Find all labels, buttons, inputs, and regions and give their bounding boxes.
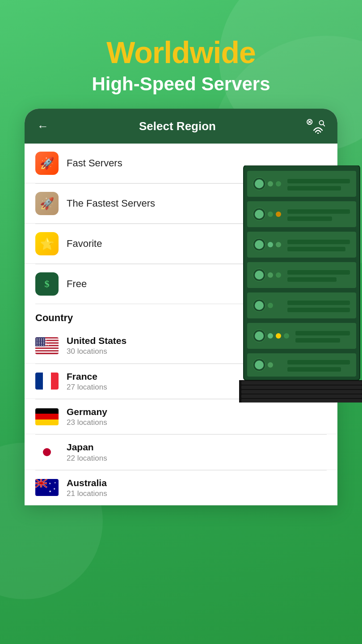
country-info-de: Germany 23 locations <box>67 406 327 428</box>
svg-rect-91 <box>241 390 362 394</box>
fast-servers-icon: 🚀 <box>35 152 59 175</box>
country-info-au: Australia 21 locations <box>67 477 327 499</box>
svg-rect-92 <box>241 394 362 398</box>
svg-point-78 <box>276 333 281 339</box>
card-header: ← Select Region <box>25 109 337 144</box>
country-item-jp[interactable]: Japan 22 locations <box>25 435 337 470</box>
svg-point-50 <box>268 212 273 217</box>
svg-point-56 <box>255 240 264 249</box>
favorite-icon: ⭐ <box>35 232 59 255</box>
svg-point-51 <box>276 212 281 217</box>
fastest-servers-icon: 🚀 <box>35 192 59 215</box>
flag-jp-circle <box>43 448 51 456</box>
svg-rect-66 <box>287 270 350 275</box>
flag-de <box>35 408 59 425</box>
country-header-text: Country <box>35 312 73 323</box>
country-info-jp: Japan 22 locations <box>67 441 327 463</box>
svg-rect-86 <box>287 360 350 364</box>
svg-rect-46 <box>287 186 341 191</box>
country-name-jp: Japan <box>67 441 327 453</box>
svg-rect-89 <box>241 381 362 385</box>
svg-point-57 <box>268 242 273 247</box>
svg-rect-73 <box>287 308 350 312</box>
svg-point-71 <box>268 303 273 308</box>
svg-text:★ ★ ★ ★ ★ ★: ★ ★ ★ ★ ★ ★ <box>36 344 49 346</box>
svg-rect-93 <box>241 399 362 402</box>
svg-text:★: ★ <box>53 487 55 490</box>
free-icon: $ <box>35 272 59 296</box>
svg-point-58 <box>276 242 281 247</box>
svg-rect-13 <box>35 346 59 347</box>
flag-au: ★ ★ ★ ★ <box>35 479 59 496</box>
flag-jp <box>35 444 59 461</box>
svg-point-77 <box>268 333 273 339</box>
wifi-search-icon[interactable] <box>306 119 325 134</box>
server-rack-illustration <box>239 165 362 409</box>
svg-point-84 <box>255 360 264 369</box>
svg-rect-15 <box>35 349 59 350</box>
svg-rect-14 <box>35 347 59 349</box>
svg-rect-72 <box>287 301 350 305</box>
svg-point-76 <box>255 331 264 340</box>
svg-point-63 <box>255 271 264 280</box>
svg-rect-52 <box>287 209 350 214</box>
svg-point-3 <box>317 132 319 134</box>
svg-rect-18 <box>35 353 59 354</box>
flag-us: ★ ★ ★ ★ ★ ★ ★ ★ ★ ★ ★ ★ ★ ★ ★ ★ ★ ★ ★ ★ … <box>35 337 59 354</box>
country-locations-de: 23 locations <box>67 418 327 428</box>
country-item-au[interactable]: ★ ★ ★ ★ Australia 21 locations <box>25 470 337 505</box>
country-locations-au: 21 locations <box>67 489 327 499</box>
country-locations-jp: 22 locations <box>67 453 327 463</box>
svg-rect-59 <box>287 240 350 244</box>
svg-point-42 <box>255 179 264 188</box>
svg-rect-87 <box>287 367 341 372</box>
svg-line-5 <box>323 124 325 126</box>
svg-point-64 <box>268 272 273 278</box>
country-name-au: Australia <box>67 477 327 489</box>
header-title-line1: Worldwide <box>0 36 362 69</box>
svg-point-43 <box>268 181 273 186</box>
svg-rect-90 <box>241 386 362 389</box>
svg-rect-17 <box>35 352 59 353</box>
svg-rect-53 <box>287 216 332 221</box>
svg-point-49 <box>255 210 264 219</box>
svg-point-70 <box>255 301 264 310</box>
svg-point-65 <box>276 272 281 278</box>
svg-rect-81 <box>295 338 340 343</box>
card-title: Select Region <box>49 119 306 133</box>
flag-fr <box>35 373 59 390</box>
back-button[interactable]: ← <box>37 120 49 132</box>
svg-point-85 <box>268 362 273 368</box>
header-title-line2: High-Speed Servers <box>0 73 362 95</box>
svg-rect-67 <box>287 277 337 282</box>
svg-rect-80 <box>295 331 350 335</box>
svg-rect-16 <box>35 350 59 352</box>
svg-text:★: ★ <box>49 490 51 493</box>
header-section: Worldwide High-Speed Servers <box>0 0 362 109</box>
svg-rect-45 <box>287 179 350 183</box>
svg-point-79 <box>284 333 289 339</box>
svg-rect-60 <box>287 247 345 251</box>
svg-text:★: ★ <box>49 482 51 485</box>
svg-point-44 <box>276 181 281 186</box>
